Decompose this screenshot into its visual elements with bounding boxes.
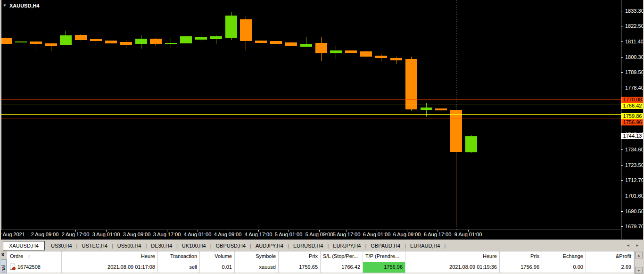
chart-tab[interactable]: DE30,H4 — [147, 243, 176, 249]
chart-tab-active[interactable]: XAUUSD,H4 — [3, 241, 45, 250]
chart-tab-bar: XAUUSD,H4US30,H4|USTEC,H4|US500,H4|DE30,… — [0, 240, 644, 251]
time-label: 6 Aug 09:00 — [393, 232, 421, 237]
column-header-heure[interactable]: Heure — [62, 251, 158, 262]
candlestick — [150, 39, 162, 44]
price-marker-label: 1759.86 — [621, 113, 644, 119]
chart-tab[interactable]: EURAUD,H4 — [406, 243, 445, 249]
chart-tab[interactable]: EURJPY,H4 — [329, 243, 365, 249]
candlestick — [390, 58, 402, 60]
time-label: 6 Aug 17:00 — [424, 232, 452, 237]
candlestick — [300, 44, 312, 47]
candlestick — [180, 36, 192, 43]
order-cell-heure: 2021.08.09 01:17:08 — [62, 262, 158, 273]
price-tick — [621, 72, 623, 73]
candlestick — [120, 42, 132, 45]
price-tick-label: 1701.60 — [625, 193, 644, 199]
price-tick-label: 1822.50 — [625, 23, 644, 29]
column-header-s-l-stop-per-[interactable]: S/L (Stop/Per... — [321, 251, 363, 262]
time-label: 5 Aug 01:00 — [275, 232, 303, 237]
candlestick — [405, 59, 417, 109]
price-tick — [621, 196, 623, 196]
orders-table: Ordre∕HeureTransactionVolumeSymbolePrixS… — [8, 251, 634, 274]
candlestick — [240, 19, 252, 41]
chart-tab[interactable]: AUDJPY,H4 — [251, 243, 288, 249]
time-label: 5 Aug 09:00 — [305, 232, 333, 237]
table-scrollbar[interactable]: ▲ ▼ — [634, 251, 643, 274]
price-tick — [621, 211, 623, 212]
chart-tab[interactable]: USTEC,H4 — [77, 243, 111, 249]
tab-scroll-right-icon[interactable]: ► — [636, 243, 639, 248]
chart-symbol-text: XAUUSD,H4 — [9, 3, 40, 8]
order-cell-t-p-prendre-: 1756.96 — [363, 262, 405, 273]
column-header-t-p-prendre-[interactable]: T/P (Prendre... — [363, 251, 405, 262]
terminal-left-strip: x inal — [0, 251, 8, 274]
tab-scroll-arrows: ◄ ► — [626, 240, 639, 251]
chart-tab[interactable]: US30,H4 — [47, 243, 76, 249]
candlestick — [330, 50, 342, 53]
candlestick — [135, 39, 147, 44]
order-ticket-icon — [10, 264, 15, 270]
scroll-up-icon[interactable]: ▲ — [635, 252, 643, 258]
column-header-transaction[interactable]: Transaction — [158, 251, 200, 262]
time-label: 2 Aug 17:00 — [62, 232, 90, 237]
price-marker-label: 1770.08 — [621, 97, 644, 103]
order-cell-echange: 0.00 — [542, 262, 586, 273]
time-label: 4 Aug 09:00 — [214, 232, 242, 237]
order-row[interactable]: 167425082021.08.09 01:17:08sell0.01xauus… — [8, 262, 634, 273]
column-header-heure[interactable]: Heure — [405, 251, 500, 262]
chart-plot-area[interactable]: ▼ XAUUSD,H4 — [1, 0, 621, 230]
terminal-vertical-tab[interactable]: inal — [0, 259, 7, 274]
price-tick-label: 1800.30 — [625, 54, 644, 60]
column-header-prix[interactable]: Prix — [500, 251, 542, 262]
chart-tab[interactable]: UK100,H4 — [178, 243, 210, 249]
price-marker-label: 1766.42 — [621, 103, 644, 109]
column-header-echange[interactable]: Echange — [542, 251, 586, 262]
column-header-ordre[interactable]: Ordre∕ — [8, 251, 62, 262]
column-header--profit[interactable]: &Profit — [586, 251, 634, 262]
order-level-line — [1, 100, 621, 100]
sort-ascending-icon: ∕ — [29, 254, 30, 259]
candlestick — [435, 108, 447, 110]
scroll-down-icon[interactable]: ▼ — [635, 267, 643, 274]
time-label: 4 Aug 01:00 — [184, 232, 212, 237]
order-level-line — [1, 118, 621, 118]
price-tick — [621, 226, 623, 227]
chart-tab[interactable]: GBPAUD,H4 — [366, 243, 405, 249]
candlestick — [105, 41, 117, 43]
candlestick — [210, 36, 222, 39]
candlestick — [315, 43, 327, 53]
order-cell-prix: 1759.65 — [279, 262, 321, 273]
price-tick — [621, 88, 623, 88]
window-frame-left — [0, 0, 1, 274]
price-tick-label: 1734.60 — [625, 147, 644, 152]
table-header-row: Ordre∕HeureTransactionVolumeSymbolePrixS… — [8, 251, 634, 262]
time-label: 9 Aug 01:00 — [454, 232, 482, 237]
order-cell-s-l-stop-per-: 1766.42 — [321, 262, 363, 273]
column-header-prix[interactable]: Prix — [279, 251, 321, 262]
chart-tab[interactable]: EURUSD,H4 — [289, 243, 328, 249]
chart-dropdown-icon[interactable]: ▼ — [3, 4, 7, 8]
candlestick — [1, 38, 12, 44]
chart-tab[interactable]: GBPUSD,H4 — [211, 243, 250, 249]
candlestick — [360, 51, 372, 57]
order-cell-heure: 2021.08.09 01:19:36 — [405, 262, 500, 273]
tab-separator: | — [445, 243, 446, 249]
column-header-volume[interactable]: Volume — [200, 251, 235, 262]
close-terminal-button[interactable]: x — [1, 251, 4, 257]
candlestick — [270, 41, 282, 44]
candlestick — [285, 42, 297, 46]
order-cell--profit: 2.69 — [586, 262, 634, 273]
candlestick — [421, 108, 432, 110]
time-label: 5 Aug 17:00 — [333, 232, 361, 237]
price-tick-label: 1789.50 — [625, 69, 644, 75]
column-header-symbole[interactable]: Symbole — [235, 251, 279, 262]
time-axis[interactable]: 2 Aug 20212 Aug 09:002 Aug 17:003 Aug 01… — [1, 230, 621, 240]
order-cell-ordre: 16742508 — [8, 262, 62, 273]
time-label: 3 Aug 09:00 — [123, 232, 151, 237]
candle-wick — [21, 36, 21, 49]
price-tick — [621, 26, 623, 26]
price-axis[interactable]: 1833.301822.501811.401800.301789.501778.… — [621, 0, 644, 239]
price-tick — [621, 149, 623, 150]
tab-scroll-left-icon[interactable]: ◄ — [626, 243, 630, 248]
chart-tab[interactable]: US500,H4 — [113, 243, 146, 249]
